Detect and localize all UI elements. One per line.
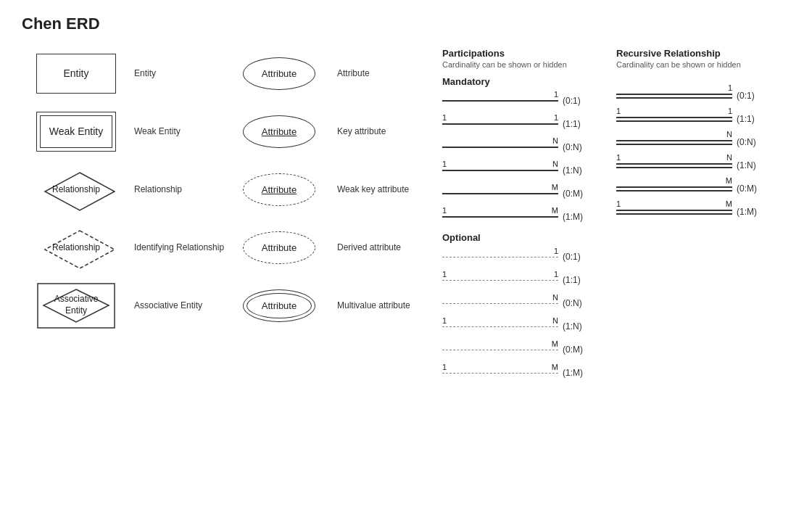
mandatory-label: Mandatory: [442, 76, 609, 87]
attribute-key-symbol: Attribute: [225, 112, 334, 152]
ellipse-weakkey-shape: Attribute: [243, 173, 315, 206]
num-right-o1n: N: [552, 316, 558, 325]
attribute-normal-symbol: Attribute: [225, 54, 334, 94]
attribute-weakkey-symbol: Attribute: [225, 170, 334, 210]
line-m-11: 1 1: [442, 116, 558, 132]
dashed-line-o1m: [442, 373, 558, 374]
recursive-subtitle: Cardinality can be shown or hidden: [616, 60, 783, 69]
card-m1n: (1:N): [563, 165, 582, 176]
recursive-01: 1 (0:1): [616, 88, 783, 104]
card-m0n: (0:N): [563, 142, 582, 152]
double-line-11: [616, 117, 732, 122]
associative-symbol: AssociativeEntity: [22, 282, 130, 329]
ellipse-multi-shape: Attribute: [243, 289, 315, 322]
solid-line-m0n: [442, 147, 558, 148]
participation-mandatory-0n: N (0:N): [442, 139, 609, 155]
ellipse-normal-shape: Attribute: [243, 57, 315, 90]
participation-optional-1n: 1 N (1:N): [442, 318, 609, 334]
solid-line-m1n: [442, 170, 558, 171]
double-line-01: [616, 94, 732, 99]
rnum-right-0m: M: [726, 176, 732, 185]
participation-mandatory-0m: M (0:M): [442, 186, 609, 202]
ellipse-key: Attribute: [239, 112, 319, 152]
recursive-0m: M (0:M): [616, 181, 783, 197]
card-o1n: (1:N): [563, 321, 582, 331]
entity-label: Entity: [130, 68, 225, 78]
num-left-m1n: 1: [442, 160, 447, 168]
num-right-o0n: N: [552, 293, 558, 302]
solid-line-m0m: [442, 193, 558, 194]
recursive-1n: 1 N (1:N): [616, 157, 783, 173]
optional-label: Optional: [442, 232, 609, 243]
line2-1n: [616, 167, 732, 168]
attribute-multi-symbol: Attribute: [225, 286, 334, 326]
main-layout: Entity Entity Attribute Attribute Weak E…: [22, 48, 790, 388]
dashed-line-o0n: [442, 303, 558, 304]
diamond-dashed-container: Relationship: [36, 226, 116, 269]
rline-01: 1: [616, 88, 732, 104]
line1-0m: [616, 186, 732, 188]
rcard-1n: (1:N): [737, 160, 756, 170]
rcard-11: (1:1): [737, 114, 755, 124]
dashed-line-o11: [442, 280, 558, 281]
identifying-text: Relationship: [52, 242, 100, 252]
rnum-right-1n: N: [726, 153, 732, 162]
symbol-row-relationship: Relationship Relationship Attribute Weak…: [22, 164, 442, 215]
symbol-row-identifying: Relationship Identifying Relationship At…: [22, 222, 442, 273]
line2-0n: [616, 144, 732, 145]
rcard-01: (0:1): [737, 91, 755, 101]
attribute-multi-label: Multivalue attribute: [334, 300, 428, 310]
line-m-1n: 1 N: [442, 162, 558, 178]
participation-mandatory-1n: 1 N (1:N): [442, 162, 609, 178]
recursive-title: Recursive Relationship: [616, 48, 783, 59]
right-panel: Participations Cardinality can be shown …: [442, 48, 790, 388]
recursive-1m: 1 M (1:M): [616, 204, 783, 220]
rline-0m: M: [616, 181, 732, 197]
line-m-0n: N: [442, 139, 558, 155]
double-line-0m: [616, 186, 732, 191]
page: Chen ERD Entity Entity Attribute Attribu…: [0, 0, 812, 403]
num-right-m1m: M: [552, 206, 558, 215]
weak-entity-label: Weak Entity: [130, 126, 225, 136]
card-o1m: (1:M): [563, 368, 583, 378]
rnum-right-11: 1: [728, 107, 732, 115]
participations-title: Participations: [442, 48, 609, 59]
participation-optional-11: 1 1 (1:1): [442, 272, 609, 288]
attribute-derived-label: Derived attribute: [334, 242, 428, 252]
line-m-1m: 1 M: [442, 209, 558, 225]
num-left-o1n: 1: [442, 316, 447, 325]
ellipse-derived-shape: Attribute: [243, 231, 315, 264]
line-m-01: 1: [442, 93, 558, 109]
symbol-row-weak-entity: Weak Entity Weak Entity Attribute Key at…: [22, 106, 442, 157]
weak-entity-symbol: Weak Entity: [22, 112, 130, 152]
card-o0m: (0:M): [563, 345, 583, 355]
num-left-o1m: 1: [442, 363, 447, 371]
line-o-0n: N: [442, 295, 558, 311]
line1-01: [616, 94, 732, 95]
participation-optional-0m: M (0:M): [442, 342, 609, 358]
line2-0m: [616, 190, 732, 191]
rcard-1m: (1:M): [737, 207, 757, 217]
participation-optional-0n: N (0:N): [442, 295, 609, 311]
rnum-left-1m: 1: [616, 199, 621, 208]
ellipse-derived: Attribute: [239, 228, 319, 268]
symbol-row-associative: AssociativeEntity Associative Entity Att…: [22, 280, 442, 331]
participation-optional-01: 1 (0:1): [442, 249, 609, 265]
line-o-1m: 1 M: [442, 365, 558, 381]
dashed-line-o01: [442, 257, 558, 258]
left-panel: Entity Entity Attribute Attribute Weak E…: [22, 48, 442, 388]
attribute-weakkey-label: Weak key attribute: [334, 184, 428, 194]
line-m-0m: M: [442, 186, 558, 202]
line1-1m: [616, 210, 732, 211]
rnum-left-11: 1: [616, 107, 621, 115]
line2-1m: [616, 213, 732, 215]
assoc-text: AssociativeEntity: [36, 282, 116, 329]
card-o0n: (0:N): [563, 298, 582, 308]
rcard-0n: (0:N): [737, 137, 756, 147]
identifying-symbol: Relationship: [22, 226, 130, 269]
entity-shape: Entity: [36, 54, 116, 94]
line-o-11: 1 1: [442, 272, 558, 288]
solid-line-m11: [442, 123, 558, 125]
num-left-m11: 1: [442, 113, 447, 122]
symbol-row-entity: Entity Entity Attribute Attribute: [22, 48, 442, 99]
